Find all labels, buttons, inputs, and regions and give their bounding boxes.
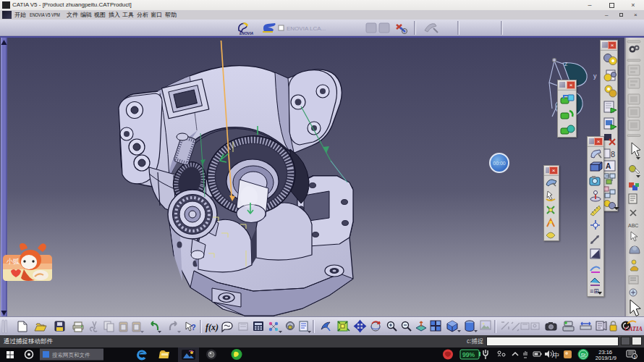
- svg-text:y: y: [593, 72, 597, 80]
- svg-text:00:00: 00:00: [493, 161, 506, 166]
- svg-text:2019/1/9: 2019/1/9: [596, 355, 617, 361]
- svg-text:ENOVIA: ENOVIA: [240, 31, 254, 35]
- svg-text:ABC: ABC: [628, 223, 638, 228]
- svg-text:CATIA: CATIA: [624, 325, 643, 332]
- svg-text:小狐: 小狐: [6, 258, 20, 265]
- svg-text:?: ?: [191, 323, 196, 332]
- svg-text:z: z: [564, 60, 568, 67]
- svg-text:99%: 99%: [462, 351, 475, 358]
- svg-text:8: 8: [611, 150, 615, 159]
- svg-text:f(x): f(x): [206, 322, 219, 332]
- svg-text:3: 3: [634, 355, 636, 359]
- svg-text:St: St: [581, 353, 586, 358]
- svg-text:中: 中: [553, 352, 559, 359]
- svg-text:≡⊞: ≡⊞: [590, 287, 599, 295]
- svg-text:搜索网页和文件: 搜索网页和文件: [52, 352, 90, 358]
- svg-text:ENOVIA LCA...: ENOVIA LCA...: [287, 25, 326, 32]
- svg-text:A: A: [606, 162, 611, 170]
